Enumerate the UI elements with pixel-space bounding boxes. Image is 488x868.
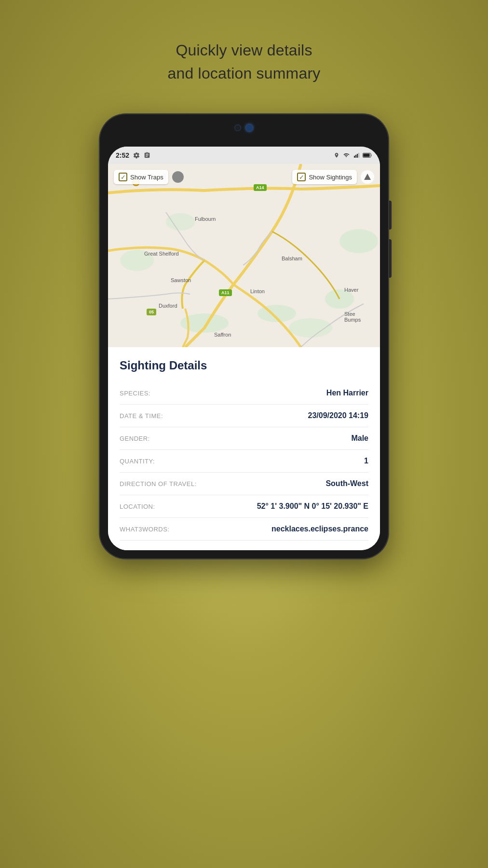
detail-row: GENDER:Male [120, 427, 368, 450]
battery-icon [363, 152, 372, 158]
detail-row: SPECIES:Hen Harrier [120, 382, 368, 405]
detail-label: WHAT3WORDS: [120, 526, 169, 533]
location-icon [334, 152, 339, 159]
signal-icon [353, 152, 360, 158]
svg-rect-5 [363, 154, 369, 157]
detail-label: QUANTITY: [120, 458, 155, 465]
map-toolbar: ✓ Show Traps ✓ Show Sightings [108, 170, 380, 184]
detail-rows-container: SPECIES:Hen HarrierDATE & TIME:23/09/202… [120, 382, 368, 541]
detail-value: 52° 1' 3.900" N 0° 15' 20.930" E [257, 502, 368, 511]
phone-top-bar [108, 122, 380, 147]
status-bar-right [334, 152, 372, 159]
svg-rect-1 [355, 155, 356, 158]
detail-row: DIRECTION OF TRAVEL:South-West [120, 473, 368, 495]
detail-row: QUANTITY:1 [120, 450, 368, 473]
detail-row: DATE & TIME:23/09/2020 14:19 [120, 405, 368, 427]
detail-value: Hen Harrier [326, 389, 368, 397]
sighting-details-panel: Sighting Details SPECIES:Hen HarrierDATE… [108, 347, 380, 550]
wifi-icon [342, 152, 350, 158]
sightings-checkmark-icon: ✓ [299, 174, 304, 180]
status-bar-left: 2:52 [116, 151, 150, 159]
svg-rect-0 [354, 156, 355, 158]
road-badge-a14: A14 [254, 184, 267, 191]
toolbar-left: ✓ Show Traps [114, 170, 184, 184]
svg-rect-3 [358, 153, 359, 158]
tagline: Quickly view details and location summar… [167, 39, 320, 85]
show-sightings-checkbox: ✓ [297, 173, 306, 181]
detail-label: GENDER: [120, 435, 150, 442]
road-badge-05: 05 [147, 309, 156, 315]
road-badge-a11: A11 [219, 289, 232, 296]
tagline-line1: Quickly view details [167, 39, 320, 62]
status-time: 2:52 [116, 151, 129, 159]
detail-value: South-West [325, 479, 368, 488]
settings-icon [133, 152, 140, 159]
navigate-button[interactable] [361, 170, 374, 184]
detail-value: 1 [364, 457, 368, 465]
detail-value: Male [351, 434, 368, 443]
map-roads [108, 164, 380, 347]
phone-frame-wrapper: 2:52 [99, 114, 389, 559]
detail-row: LOCATION:52° 1' 3.900" N 0° 15' 20.930" … [120, 495, 368, 518]
svg-point-11 [120, 250, 154, 271]
triangle-icon [364, 174, 371, 180]
svg-point-7 [339, 229, 378, 253]
svg-rect-2 [357, 154, 358, 158]
camera-dot-left [235, 125, 240, 130]
camera-dot-main [246, 124, 253, 131]
detail-label: DATE & TIME: [120, 412, 163, 420]
detail-label: DIRECTION OF TRAVEL: [120, 480, 197, 488]
detail-value: necklaces.eclipses.prance [271, 525, 368, 533]
show-sightings-label: Show Sightings [309, 174, 352, 181]
show-traps-checkbox: ✓ [119, 173, 127, 181]
detail-value: 23/09/2020 14:19 [308, 411, 368, 420]
checkmark-icon: ✓ [121, 174, 126, 180]
detail-label: LOCATION: [120, 503, 155, 510]
sighting-details-title: Sighting Details [120, 359, 368, 372]
show-traps-button[interactable]: ✓ Show Traps [114, 170, 168, 184]
detail-row: WHAT3WORDS:necklaces.eclipses.prance [120, 518, 368, 541]
clipboard-icon [144, 152, 150, 159]
toolbar-right: ✓ Show Sightings [292, 170, 374, 184]
map-area[interactable]: Fulbourn Great Shelford Balsham Sawston … [108, 164, 380, 347]
tagline-line2: and location summary [167, 62, 320, 85]
show-traps-label: Show Traps [130, 174, 163, 181]
show-sightings-button[interactable]: ✓ Show Sightings [292, 170, 357, 184]
status-bar: 2:52 [108, 147, 380, 164]
detail-label: SPECIES: [120, 390, 150, 397]
phone-screen: 2:52 [108, 147, 380, 550]
toggle-circle[interactable] [172, 171, 184, 183]
svg-point-13 [166, 213, 195, 231]
phone-frame: 2:52 [99, 114, 389, 559]
camera-notch [215, 122, 273, 133]
